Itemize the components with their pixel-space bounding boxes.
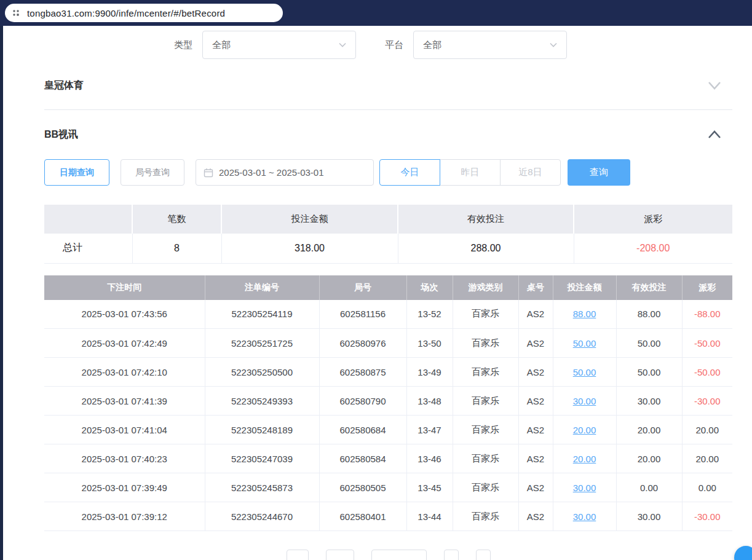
type-select[interactable]: 全部 <box>202 31 356 59</box>
summary-payout-value: -208.00 <box>574 234 732 263</box>
cell-payout: 0.00 <box>682 473 732 502</box>
bet-amount-link[interactable]: 30.00 <box>573 483 596 493</box>
header-valid-bet: 有效投注 <box>616 275 682 300</box>
bet-amount-link[interactable]: 50.00 <box>573 338 596 349</box>
bet-amount-link[interactable]: 50.00 <box>573 367 596 377</box>
cell-time: 2025-03-01 07:40:23 <box>44 444 205 473</box>
cell-game-type: 百家乐 <box>453 473 518 502</box>
pagination-page-button[interactable] <box>326 550 354 560</box>
platform-select[interactable]: 全部 <box>413 31 567 59</box>
left-edge-strip <box>0 26 3 560</box>
cell-time: 2025-03-01 07:39:12 <box>44 502 205 531</box>
cell-valid-bet: 30.00 <box>616 387 682 416</box>
cell-bet-no: 522305250500 <box>205 358 319 387</box>
quick-date-group: 今日 昨日 近8日 <box>379 159 561 186</box>
bet-detail-table: 下注时间 注单编号 局号 场次 游戏类别 桌号 投注金额 有效投注 派彩 202… <box>44 275 732 532</box>
cell-round-no: 602580790 <box>319 387 406 416</box>
section-title-bb-video: BB视讯 <box>44 128 78 141</box>
cell-bet-amount: 88.00 <box>553 300 616 329</box>
header-table-no: 桌号 <box>518 275 553 300</box>
last-8-days-button[interactable]: 近8日 <box>500 159 561 186</box>
search-button[interactable]: 查询 <box>568 159 630 186</box>
table-row: 2025-03-01 07:41:39522305249393602580790… <box>44 387 732 416</box>
cell-bet-amount: 20.00 <box>553 444 616 473</box>
table-row: 2025-03-01 07:43:56522305254119602581156… <box>44 300 732 329</box>
section-crown-sports[interactable]: 皇冠体育 <box>44 79 732 92</box>
cell-session: 13-44 <box>406 502 453 531</box>
cell-session: 13-47 <box>406 416 453 444</box>
chevron-down-icon[interactable] <box>708 81 721 90</box>
cell-time: 2025-03-01 07:42:10 <box>44 358 205 387</box>
cell-payout: -50.00 <box>682 329 732 358</box>
cell-bet-amount: 50.00 <box>553 329 616 358</box>
round-query-tab[interactable]: 局号查询 <box>121 159 184 186</box>
url-text: tongbao31.com:9900/infe/mcenter/#/betRec… <box>27 8 225 18</box>
date-range-picker[interactable]: 2025-03-01 ~ 2025-03-01 <box>196 159 374 186</box>
cell-session: 13-49 <box>406 358 453 387</box>
cell-bet-amount: 20.00 <box>553 416 616 444</box>
cell-game-type: 百家乐 <box>453 502 518 531</box>
header-bet-time: 下注时间 <box>44 275 205 300</box>
summary-header-payout: 派彩 <box>574 205 732 234</box>
table-row: 2025-03-01 07:40:23522305247039602580584… <box>44 444 732 473</box>
cell-bet-no: 522305245873 <box>205 473 319 502</box>
pagination <box>44 550 732 560</box>
cell-payout: 20.00 <box>682 416 732 444</box>
cell-round-no: 602581156 <box>319 300 406 329</box>
summary-header-blank <box>44 205 132 234</box>
cell-session: 13-45 <box>406 473 453 502</box>
bet-amount-link[interactable]: 20.00 <box>573 425 596 435</box>
cell-bet-no: 522305247039 <box>205 444 319 473</box>
cell-table-no: AS2 <box>518 473 553 502</box>
cell-session: 13-48 <box>406 387 453 416</box>
cell-session: 13-50 <box>406 329 453 358</box>
platform-filter-label: 平台 <box>385 39 403 51</box>
header-session: 场次 <box>406 275 453 300</box>
site-info-icon[interactable] <box>10 7 22 18</box>
cell-bet-no: 522305251725 <box>205 329 319 358</box>
bet-amount-link[interactable]: 30.00 <box>573 511 596 522</box>
cell-time: 2025-03-01 07:43:56 <box>44 300 205 329</box>
table-row: 2025-03-01 07:39:49522305245873602580505… <box>44 473 732 502</box>
cell-round-no: 602580584 <box>319 444 406 473</box>
url-pill[interactable]: tongbao31.com:9900/infe/mcenter/#/betRec… <box>5 4 283 22</box>
cell-payout: -50.00 <box>682 358 732 387</box>
cell-table-no: AS2 <box>518 502 553 531</box>
cell-table-no: AS2 <box>518 300 553 329</box>
bet-amount-link[interactable]: 20.00 <box>573 454 596 464</box>
section-divider <box>44 109 732 110</box>
cell-session: 13-46 <box>406 444 453 473</box>
pagination-control-1[interactable] <box>444 550 459 560</box>
pagination-control-2[interactable] <box>476 550 491 560</box>
summary-header-count: 笔数 <box>132 205 221 234</box>
cell-payout: -88.00 <box>682 300 732 329</box>
cell-round-no: 602580875 <box>319 358 406 387</box>
summary-bet-amount-value: 318.00 <box>221 234 398 263</box>
bet-amount-link[interactable]: 88.00 <box>573 309 596 319</box>
summary-count-value: 8 <box>132 234 221 263</box>
bet-record-page: 类型 全部 平台 全部 皇冠体育 BB视讯 日期查询 局号查询 <box>0 31 752 560</box>
detail-header-row: 下注时间 注单编号 局号 场次 游戏类别 桌号 投注金额 有效投注 派彩 <box>44 275 732 300</box>
yesterday-button[interactable]: 昨日 <box>440 159 501 186</box>
table-row: 2025-03-01 07:42:10522305250500602580875… <box>44 358 732 387</box>
bet-amount-link[interactable]: 30.00 <box>573 396 596 406</box>
calendar-icon <box>204 168 213 178</box>
type-filter-label: 类型 <box>174 39 192 51</box>
summary-valid-bet-value: 288.00 <box>398 234 574 263</box>
chevron-up-icon[interactable] <box>708 130 721 139</box>
cell-bet-amount: 30.00 <box>553 502 616 531</box>
cell-valid-bet: 20.00 <box>616 444 682 473</box>
header-bet-amount: 投注金额 <box>553 275 616 300</box>
summary-total-row: 总计 8 318.00 288.00 -208.00 <box>44 234 732 263</box>
section-bb-video[interactable]: BB视讯 <box>44 128 732 141</box>
summary-header-bet-amount: 投注金额 <box>221 205 398 234</box>
cell-table-no: AS2 <box>518 416 553 444</box>
cell-round-no: 602580684 <box>319 416 406 444</box>
date-query-tab[interactable]: 日期查询 <box>44 159 109 186</box>
pagination-prev-button[interactable] <box>287 550 309 560</box>
cell-payout: -30.00 <box>682 387 732 416</box>
header-bet-no: 注单编号 <box>205 275 319 300</box>
today-button[interactable]: 今日 <box>379 159 440 186</box>
pagination-size-select[interactable] <box>371 550 427 560</box>
cell-valid-bet: 30.00 <box>616 502 682 531</box>
